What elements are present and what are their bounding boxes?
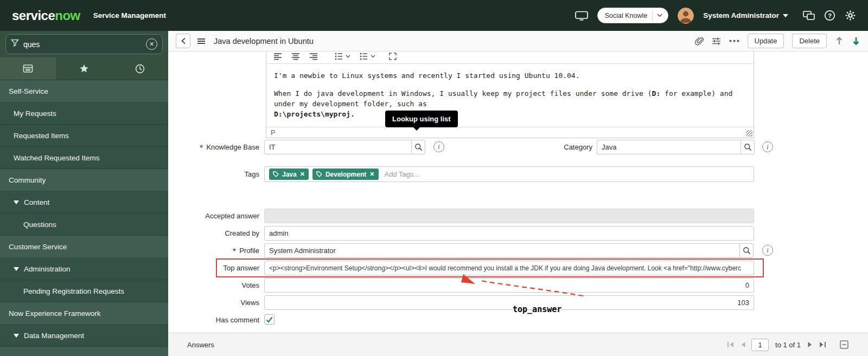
previous-page-icon[interactable] [740,341,746,348]
align-left-button[interactable] [273,53,282,60]
page-number-input[interactable] [751,339,769,351]
all-applications-tab[interactable] [0,57,56,80]
question-body[interactable]: I'm a newbie to Linux systems and recent… [266,64,754,127]
logo-service-text: service [12,8,55,23]
filter-input[interactable] [23,40,142,49]
attachment-icon[interactable] [695,36,704,46]
sidebar-item-questions[interactable]: Questions [0,213,168,236]
sidebar-item-pending-registration-requests[interactable]: Pending Registration Requests [0,280,168,302]
navigator-tabs [0,57,168,80]
tag-pill: Java ✕ [269,169,309,180]
profile-field[interactable]: System Administrator [264,243,740,258]
editor-resize-handle[interactable] [746,130,752,137]
sidebar-item-requested-items[interactable]: Requested Items [0,125,168,147]
favorites-tab[interactable] [56,57,112,80]
add-tags-placeholder[interactable]: Add Tags... [385,170,420,178]
sidebar-item-watched-requested-items[interactable]: Watched Requested Items [0,147,168,169]
expand-editor-button[interactable] [389,53,397,60]
page-info: to 1 of 1 [775,341,801,349]
sidebar-item-customer-service[interactable]: Customer Service [0,236,168,258]
next-page-icon[interactable] [807,341,813,348]
category-info-icon[interactable]: i [762,141,773,152]
more-options-icon[interactable] [729,40,739,42]
clear-filter-icon[interactable]: ✕ [146,38,157,50]
profile-lookup-button[interactable] [739,243,754,258]
first-page-icon[interactable] [726,341,735,348]
sidebar-item-content[interactable]: Content [0,191,168,213]
sidebar-item-now-experience-framework[interactable]: Now Experience Framework [0,302,168,325]
sidebar-item-administration[interactable]: Administration [0,258,168,280]
application-scope-select[interactable]: Social Knowle [597,8,669,23]
history-tab[interactable] [112,57,168,80]
numbered-list-button[interactable] [360,52,375,61]
chevron-down-icon [652,11,662,21]
field-row-tags: Tags Java ✕ Development ✕ Add Tags... [168,166,868,182]
main-content: I'm a newbie to Linux systems and recent… [168,31,868,356]
delete-button[interactable]: Delete [792,34,827,48]
gear-icon[interactable] [845,10,856,21]
filter-box[interactable]: ✕ [5,34,163,54]
category-lookup-button[interactable] [741,140,755,154]
views-field[interactable]: 103 [264,295,754,310]
back-button[interactable] [176,34,190,48]
product-title: Service Management [93,11,166,20]
tablet-icon[interactable] [575,11,588,21]
sidebar-item-community[interactable]: Community [0,169,168,191]
application-navigator: Self-Service My Requests Requested Items… [0,80,168,347]
context-menu-icon[interactable] [197,38,206,44]
tags-label: Tags [168,166,259,182]
svg-text:?: ? [828,12,832,19]
record-title: Java development in Ubuntu [214,37,314,46]
knowledge-base-info-icon[interactable]: i [433,141,444,152]
votes-field[interactable]: 0 [264,278,754,293]
created-by-field[interactable]: admin [264,226,754,241]
tags-field[interactable]: Java ✕ Development ✕ Add Tags... [264,166,754,182]
votes-label: Votes [168,278,259,293]
servicenow-logo[interactable]: servicenow [12,8,80,23]
sidebar: ✕ Self-Service My Requests Requested Ite… [0,31,168,356]
views-label: Views [168,295,259,310]
help-icon[interactable]: ? [824,10,835,21]
avatar[interactable] [678,8,694,24]
user-menu[interactable]: System Administrator [703,11,788,20]
top-answer-field[interactable]: <p><strong>Environment Setup</strong></p… [264,261,754,275]
field-row-has-comment: Has comment [168,313,868,327]
accepted-answer-field [264,209,754,223]
align-right-button[interactable] [309,53,318,60]
connect-chat-icon[interactable] [803,11,815,20]
navigator-filter: ✕ [0,31,168,57]
knowledge-base-lookup-button[interactable] [411,140,425,154]
app-root: servicenow Service Management Social Kno… [0,0,868,356]
logo-now-text: now [55,8,80,23]
align-center-button[interactable] [291,53,300,60]
remove-tag-icon[interactable]: ✕ [300,171,305,178]
remove-tag-icon[interactable]: ✕ [369,171,374,178]
sidebar-item-self-service[interactable]: Self-Service [0,80,168,102]
knowledge-base-field[interactable]: IT [264,140,412,154]
update-button[interactable]: Update [748,34,784,48]
field-row-accepted-answer: Accepted answer [168,209,868,223]
personalize-form-icon[interactable] [712,37,721,46]
field-row-created-by: Created by admin [168,226,868,241]
collapse-card-icon[interactable] [840,340,848,349]
editor-toolbar [266,49,754,64]
has-comment-checkbox[interactable] [264,314,275,325]
sidebar-item-data-management[interactable]: Data Management [0,325,168,347]
category-label: Category [515,140,592,154]
bullet-list-button[interactable] [335,52,350,61]
last-page-icon[interactable] [819,341,827,348]
sidebar-item-my-requests[interactable]: My Requests [0,102,168,125]
previous-record-icon[interactable] [835,36,844,46]
profile-info-icon[interactable]: i [762,245,773,256]
chevron-down-icon [346,55,350,58]
triangle-down-icon [14,334,19,338]
question-paragraph: I'm a newbie to Linux systems and recent… [274,70,746,81]
next-record-icon[interactable] [852,36,860,46]
knowledge-base-label: * Knowledge Base [168,140,259,154]
scope-select-value: Social Knowle [605,12,648,20]
answers-section-bar: Answers to 1 of 1 [168,333,868,356]
question-paragraph: When I do java development in Windows, I… [274,88,746,119]
tag-icon [316,171,322,177]
category-field[interactable]: Java [597,140,741,154]
question-editor: I'm a newbie to Linux systems and recent… [266,49,754,138]
